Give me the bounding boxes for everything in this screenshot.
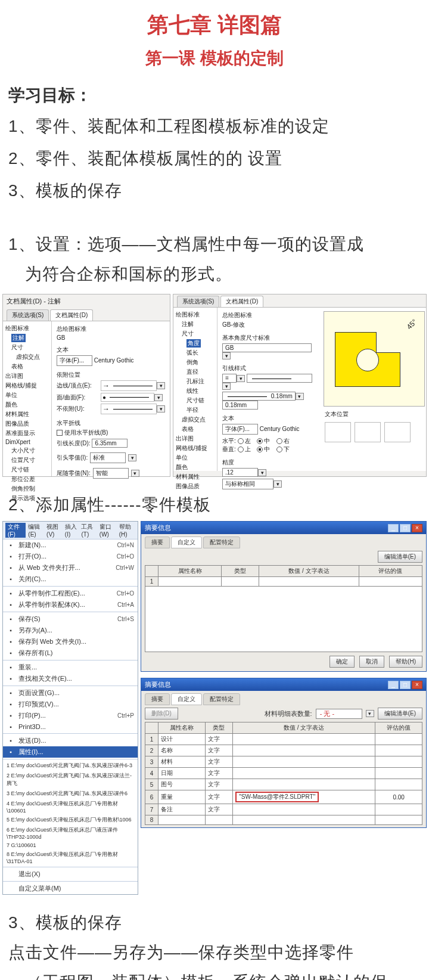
recent-file[interactable]: 4 E:\my doc\Guest\天津银压机床总厂\专用教材\100601 xyxy=(3,799,138,815)
recent-file[interactable]: 3 E:\my doc\Guest\河北腾飞阀门\&.东风液压\课件6 xyxy=(3,789,138,799)
ok-button[interactable]: 确定 xyxy=(329,656,355,668)
tolerance-precision-select[interactable]: 与标称相同 xyxy=(222,479,273,489)
menu-item[interactable]: ▪保存(S)Ctrl+S xyxy=(3,613,138,625)
dropdown-icon[interactable]: ▾ xyxy=(128,454,136,461)
menu-item[interactable]: ▪重装... xyxy=(3,662,138,673)
tree-item[interactable]: 网格线/捕捉 xyxy=(176,444,214,453)
recent-file[interactable]: 5 E:\my doc\Guest\天津银压机床总厂\专用教材\1006 xyxy=(3,815,138,825)
recent-file[interactable]: 7 G:\100601 xyxy=(3,841,138,849)
tab-document-properties[interactable]: 文档属性(D) xyxy=(50,309,93,321)
minimize-icon[interactable]: _ xyxy=(388,524,399,532)
tree-item[interactable]: 绘图标准 xyxy=(5,324,49,333)
recent-file[interactable]: 8 E:\my doc\Guest\天津银压机床总厂\专用教材\31TDA-01 xyxy=(3,849,138,866)
tree-item[interactable]: 直径 xyxy=(176,367,214,377)
dropdown-icon[interactable]: ▾ xyxy=(237,375,245,382)
menu-customize[interactable]: 自定义菜单(M) xyxy=(3,883,138,894)
menu-item[interactable]: ▪打印预览(V)... xyxy=(3,699,138,710)
checkbox-hbreak[interactable] xyxy=(57,430,63,436)
dropdown-icon[interactable]: ▾ xyxy=(157,382,165,389)
radio-bottom[interactable] xyxy=(276,446,282,452)
tab-document-properties[interactable]: 文档属性(D) xyxy=(220,296,263,307)
dropdown-icon[interactable]: ▾ xyxy=(273,480,282,488)
tree-item[interactable]: 绘图标准 xyxy=(176,310,214,320)
tree-item[interactable]: 出详图 xyxy=(176,434,214,444)
tree-item[interactable]: 线性 xyxy=(176,386,214,396)
arrow-style-select[interactable]: → xyxy=(101,404,157,414)
menu-tools[interactable]: 工具(T) xyxy=(81,523,97,538)
tree-item[interactable]: 注解 xyxy=(5,333,49,343)
menu-item[interactable]: ▪从 Web 文件夹打开...Ctrl+W xyxy=(3,562,138,573)
arrow-style-select[interactable]: ● xyxy=(101,393,154,402)
tab-summary[interactable]: 摘要 xyxy=(145,693,170,705)
tree-item[interactable]: 图像品质 xyxy=(5,419,49,429)
menu-item[interactable]: ▪从零件制作装配体(K)...Ctrl+A xyxy=(3,599,138,610)
tree-item[interactable]: 尺寸链 xyxy=(5,465,49,475)
tab-system-options[interactable]: 系统选项(S) xyxy=(177,296,219,307)
tree-item[interactable]: 虚拟交点 xyxy=(176,415,214,424)
trail-zero-select[interactable]: 智能 xyxy=(93,468,129,479)
dropdown-icon[interactable]: ▾ xyxy=(222,352,231,359)
recent-file[interactable]: 1 E:\my doc\Guest\河北腾飞阀门\&.东风液压\课件6-3 xyxy=(3,761,138,771)
tree-item[interactable]: 孔标注 xyxy=(176,377,214,386)
tree-item[interactable]: 单位 xyxy=(5,390,49,400)
menu-item[interactable]: ▪关闭(C)... xyxy=(3,573,138,585)
tab-custom[interactable]: 自定义 xyxy=(171,536,202,548)
custom-thickness-input[interactable]: 0.18mm xyxy=(222,401,258,410)
recent-file[interactable]: 2 E:\my doc\Guest\河北腾飞阀门\&.东风液压\课法兰-腾飞 xyxy=(3,771,138,789)
menu-item[interactable]: ▪发送(D)... xyxy=(3,735,138,746)
tree-item[interactable]: 表格 xyxy=(5,362,49,371)
cancel-button[interactable]: 取消 xyxy=(359,656,384,668)
edit-list-button[interactable]: 编辑清单(E) xyxy=(378,551,422,563)
tree-item[interactable]: 材料属性 xyxy=(5,410,49,419)
radio-top[interactable] xyxy=(238,446,244,452)
tree-item[interactable]: 虚拟交点 xyxy=(5,352,49,362)
table-row[interactable]: 4日期文字 xyxy=(145,768,422,779)
tree-item[interactable]: 出详图 xyxy=(5,371,49,381)
tree-item[interactable]: 位置尺寸 xyxy=(5,455,49,465)
tree-item[interactable]: 材料属性 xyxy=(176,472,214,482)
menu-edit[interactable]: 编辑(E) xyxy=(28,523,44,538)
dropdown-icon[interactable]: ▾ xyxy=(131,470,139,477)
dropdown-icon[interactable]: ▾ xyxy=(222,383,231,390)
line-weight-select[interactable] xyxy=(247,374,312,383)
menu-view[interactable]: 视图(V) xyxy=(46,523,63,538)
menu-item[interactable]: ▪打开(O)...Ctrl+O xyxy=(3,551,138,562)
menu-item[interactable]: ▪保存所有(L) xyxy=(3,647,138,659)
tab-summary[interactable]: 摘要 xyxy=(145,536,170,548)
menu-item[interactable]: ▪页面设置(G)... xyxy=(3,687,138,699)
radio-center[interactable] xyxy=(257,438,263,444)
table-row[interactable]: 3材料文字 xyxy=(145,756,422,768)
arrow-style-select[interactable]: → xyxy=(101,380,157,391)
thickness-select[interactable]: 0.18mm xyxy=(222,392,296,401)
menu-item[interactable]: ▪新建(N)...Ctrl+N xyxy=(3,539,138,551)
line-style-select[interactable]: = xyxy=(222,374,237,383)
menu-item[interactable]: ▪查找相关文件(E)... xyxy=(3,673,138,684)
tab-system-options[interactable]: 系统选项(S) xyxy=(7,309,49,321)
tab-custom[interactable]: 自定义 xyxy=(171,693,202,705)
tab-config-specific[interactable]: 配置特定 xyxy=(203,693,240,705)
options-tree[interactable]: 绘图标准 注解 尺寸 角度 弧长 倒角 直径 孔标注 线性 尺寸链 半径 虚拟交… xyxy=(173,308,217,471)
recent-file[interactable]: 6 E:\my doc\Guest\天津银压机床总厂\液压课件\THP32-10… xyxy=(3,825,138,841)
menu-file[interactable]: 文件(F) xyxy=(5,523,26,538)
text-pos-option[interactable] xyxy=(384,422,411,442)
table-row[interactable]: 6重量文字"SW-Mass@零件2.SLDPRT"0.00 xyxy=(145,790,422,804)
tree-item[interactable]: 表格 xyxy=(176,424,214,434)
radio-right[interactable] xyxy=(276,438,282,444)
lead-zero-select[interactable]: 标准 xyxy=(90,452,126,463)
menu-window[interactable]: 窗口(W) xyxy=(100,523,117,538)
maximize-icon[interactable]: □ xyxy=(400,681,411,689)
maximize-icon[interactable]: □ xyxy=(400,524,411,532)
tree-item[interactable]: DimXpert xyxy=(5,438,49,446)
leader-len-input[interactable]: 6.35mm xyxy=(92,439,128,448)
table-row[interactable]: 2名称文字 xyxy=(145,745,422,756)
options-tree[interactable]: 绘图标准 注解 尺寸 虚拟交点 表格 出详图 网格线/捕捉 单位 颜色 材料属性… xyxy=(3,321,52,476)
menu-item[interactable]: ▪从零件制作工程图(E)...Ctrl+O xyxy=(3,588,138,599)
table-row[interactable]: 8 xyxy=(145,815,422,825)
tree-item[interactable]: 颜色 xyxy=(176,463,214,472)
tree-item[interactable]: 形位公差 xyxy=(5,475,49,484)
tree-item[interactable]: 尺寸链 xyxy=(176,396,214,405)
delete-button[interactable]: 删除(D) xyxy=(145,708,178,720)
menu-exit[interactable]: 退出(X) xyxy=(3,869,138,880)
menu-help[interactable]: 帮助(H) xyxy=(119,523,135,538)
table-row[interactable]: 1设计文字 xyxy=(145,734,422,745)
